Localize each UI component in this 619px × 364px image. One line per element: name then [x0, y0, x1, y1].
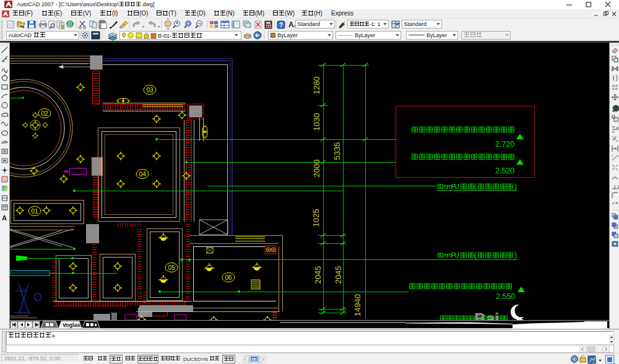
svg-text:(: ( — [474, 251, 477, 259]
svg-text:04: 04 — [139, 171, 146, 178]
svg-text:Voglass: Voglass — [63, 322, 84, 328]
svg-text:?: ? — [279, 22, 283, 28]
svg-text:2.520: 2.520 — [495, 167, 514, 175]
svg-text:05: 05 — [168, 264, 175, 271]
svg-text:02: 02 — [41, 110, 48, 117]
svg-text:2.720: 2.720 — [495, 140, 514, 149]
svg-text:5335: 5335 — [332, 142, 342, 160]
svg-text:Bai: Bai — [474, 310, 499, 320]
svg-text:03: 03 — [146, 87, 154, 93]
svg-text:2045: 2045 — [334, 266, 343, 284]
svg-text:80mmPU: 80mmPU — [437, 251, 459, 259]
svg-text:01: 01 — [31, 208, 38, 215]
svg-text:A: A — [2, 214, 7, 222]
svg-text:): ) — [514, 182, 517, 191]
svg-text:80mmPU: 80mmPU — [437, 183, 459, 190]
svg-text:2.550: 2.550 — [496, 292, 515, 301]
svg-text:2045: 2045 — [313, 266, 322, 284]
svg-text:14940: 14940 — [353, 294, 362, 316]
svg-text:): ) — [514, 251, 517, 259]
svg-text:A: A — [288, 20, 294, 29]
svg-text:(: ( — [474, 182, 477, 191]
svg-text:2000: 2000 — [312, 160, 321, 178]
svg-text:1280: 1280 — [312, 77, 321, 95]
svg-text:1025: 1025 — [311, 209, 321, 227]
svg-text:06: 06 — [225, 274, 232, 281]
svg-text:1030: 1030 — [312, 113, 321, 131]
